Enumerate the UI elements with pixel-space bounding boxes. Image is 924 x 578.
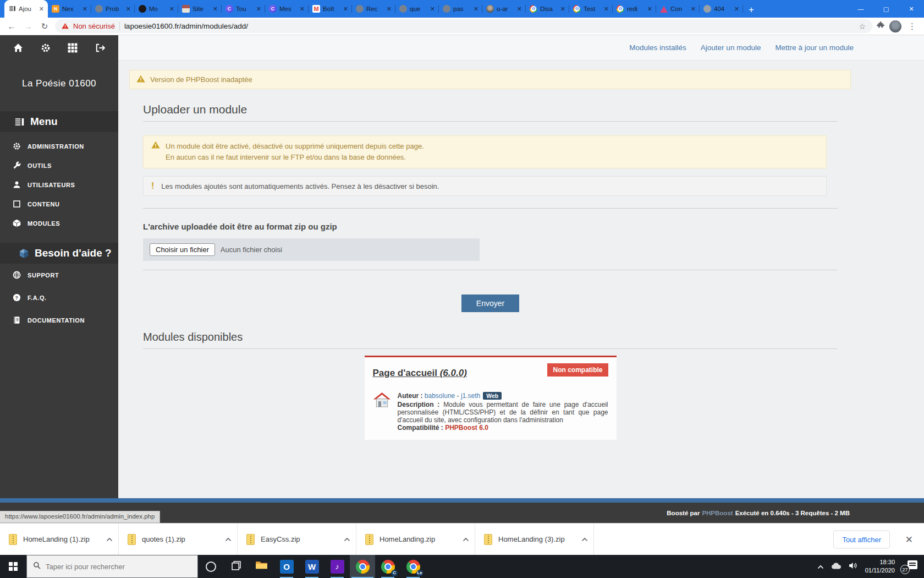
taskbar-app-amazon-music[interactable]: ♪: [324, 555, 350, 578]
browser-tab-4[interactable]: Site✕: [178, 0, 222, 18]
gears-icon[interactable]: [41, 43, 51, 55]
show-all-downloads-button[interactable]: Tout afficher: [833, 530, 890, 548]
sidebar-item-administration[interactable]: ADMINISTRATION: [0, 137, 118, 156]
browser-tab-6[interactable]: CMes✕: [265, 0, 309, 18]
tab-close-icon[interactable]: ✕: [39, 6, 44, 13]
reload-button[interactable]: ↻: [38, 21, 51, 31]
volume-icon[interactable]: [849, 561, 858, 571]
home-icon[interactable]: [13, 43, 23, 55]
tab-close-icon[interactable]: ✕: [474, 6, 479, 13]
grid-icon[interactable]: [68, 43, 78, 55]
window-minimize-button[interactable]: —: [848, 0, 873, 18]
download-item[interactable]: HomeLanding (3).zip: [475, 524, 594, 555]
taskbar-app-file-explorer[interactable]: [249, 555, 274, 578]
browser-menu-icon[interactable]: ⋮: [906, 21, 919, 31]
notification-center-icon[interactable]: 27: [902, 560, 917, 572]
taskbar-app-outlook[interactable]: O: [274, 555, 299, 578]
address-bar[interactable]: Non sécurisé lapoesie01600.fr/admin/modu…: [55, 19, 872, 33]
tab-close-icon[interactable]: ✕: [647, 6, 652, 13]
tab-close-icon[interactable]: ✕: [300, 6, 305, 13]
author-link-babsolune[interactable]: babsolune: [425, 392, 455, 400]
taskbar-clock[interactable]: 18:30 01/11/2020: [865, 558, 895, 575]
tab-close-icon[interactable]: ✕: [430, 6, 435, 13]
browser-tab-11[interactable]: u-ar✕: [482, 0, 526, 18]
tab-close-icon[interactable]: ✕: [387, 6, 392, 13]
tab-close-icon[interactable]: ✕: [213, 6, 218, 13]
search-input[interactable]: [46, 563, 191, 571]
logout-icon[interactable]: [95, 43, 105, 55]
topnav-link-ajouter-un-module[interactable]: Ajouter un module: [701, 43, 761, 52]
download-item[interactable]: HomeLanding (1).zip: [0, 524, 119, 555]
browser-tab-14[interactable]: redi✕: [613, 0, 656, 18]
forward-button[interactable]: →: [22, 21, 34, 31]
author-link-j1seth[interactable]: j1.seth: [461, 392, 480, 400]
browser-tab-2[interactable]: Prob✕: [91, 0, 135, 18]
submit-button[interactable]: Envoyer: [461, 295, 519, 312]
tab-close-icon[interactable]: ✕: [734, 6, 739, 13]
browser-tab-0[interactable]: Ajou✕: [4, 0, 48, 18]
taskbar-app-word[interactable]: W: [299, 555, 324, 578]
download-item[interactable]: quotes (1).zip: [119, 524, 238, 555]
profile-avatar[interactable]: [889, 20, 901, 32]
topnav-link-modules-install-s[interactable]: Modules installés: [629, 43, 686, 52]
browser-tab-15[interactable]: Con✕: [656, 0, 700, 18]
bookmark-star-icon[interactable]: ☆: [859, 22, 866, 31]
taskbar-app-chrome[interactable]: [350, 555, 375, 578]
onedrive-cloud-icon[interactable]: [831, 561, 842, 571]
tab-close-icon[interactable]: ✕: [256, 6, 261, 13]
tab-close-icon[interactable]: ✕: [560, 6, 565, 13]
chevron-up-icon[interactable]: [463, 535, 469, 543]
web-badge[interactable]: Web: [483, 392, 502, 400]
taskbar-app-chrome-le[interactable]: Le: [400, 555, 426, 578]
browser-tab-13[interactable]: Test✕: [569, 0, 613, 18]
security-warning-icon[interactable]: [62, 21, 69, 31]
tab-close-icon[interactable]: ✕: [604, 6, 609, 13]
browser-tab-1[interactable]: NNex✕: [48, 0, 91, 18]
sidebar-item-utilisateurs[interactable]: UTILISATEURS: [0, 175, 118, 194]
browser-tab-9[interactable]: que✕: [395, 0, 439, 18]
download-item[interactable]: EasyCss.zip: [238, 524, 356, 555]
chevron-up-icon[interactable]: [344, 535, 350, 543]
tab-close-icon[interactable]: ✕: [169, 6, 174, 13]
browser-tab-5[interactable]: CTou✕: [222, 0, 265, 18]
tab-close-icon[interactable]: ✕: [126, 6, 131, 13]
browser-tab-16[interactable]: 404✕: [700, 0, 743, 18]
sidebar-item-outils[interactable]: OUTILS: [0, 156, 118, 175]
browser-tab-8[interactable]: Rec✕: [352, 0, 395, 18]
sidebar-item-documentation[interactable]: DOCUMENTATION: [0, 309, 118, 331]
window-maximize-button[interactable]: ▢: [873, 0, 899, 18]
tab-close-icon[interactable]: ✕: [82, 6, 87, 13]
tray-chevron-icon[interactable]: [817, 561, 824, 571]
topnav-link-mettre-jour-un-module[interactable]: Mettre à jour un module: [775, 43, 854, 52]
taskbar-app-chrome-c[interactable]: C: [375, 555, 400, 578]
tab-close-icon[interactable]: ✕: [343, 6, 348, 13]
taskbar-search[interactable]: [26, 555, 198, 578]
chevron-up-icon[interactable]: [581, 535, 588, 543]
sidebar-item-f-a-q[interactable]: ?F.A.Q.: [0, 286, 118, 309]
gray-disc-favicon-icon: [399, 5, 407, 13]
chevron-up-icon[interactable]: [106, 535, 113, 543]
module-card-title[interactable]: Page d'accueil (6.0.0): [373, 368, 467, 379]
browser-tab-10[interactable]: pas✕: [439, 0, 482, 18]
download-item[interactable]: HomeLanding.zip: [356, 524, 475, 555]
window-close-button[interactable]: ✕: [899, 0, 924, 18]
start-button[interactable]: [0, 555, 26, 578]
task-view-button[interactable]: [223, 555, 249, 578]
extensions-icon[interactable]: [877, 21, 885, 31]
choose-file-button[interactable]: Choisir un fichier: [150, 243, 215, 256]
browser-tab-3[interactable]: Mo✕: [135, 0, 178, 18]
sidebar-item-modules[interactable]: MODULES: [0, 214, 118, 233]
new-tab-button[interactable]: +: [743, 2, 760, 18]
tab-close-icon[interactable]: ✕: [691, 6, 696, 13]
url-text[interactable]: lapoesie01600.fr/admin/modules/add/: [124, 22, 855, 30]
sidebar-item-support[interactable]: SUPPORT: [0, 264, 118, 286]
back-button[interactable]: ←: [6, 21, 18, 31]
browser-tab-7[interactable]: MBoît✕: [309, 0, 352, 18]
sidebar-item-contenu[interactable]: CONTENU: [0, 194, 118, 214]
cortana-button[interactable]: [198, 555, 223, 578]
browser-tab-12[interactable]: Disa✕: [526, 0, 569, 18]
phpboost-link[interactable]: PHPBoost: [702, 510, 733, 516]
downloads-close-icon[interactable]: ✕: [905, 533, 913, 545]
tab-close-icon[interactable]: ✕: [517, 6, 522, 13]
chevron-up-icon[interactable]: [225, 535, 232, 543]
